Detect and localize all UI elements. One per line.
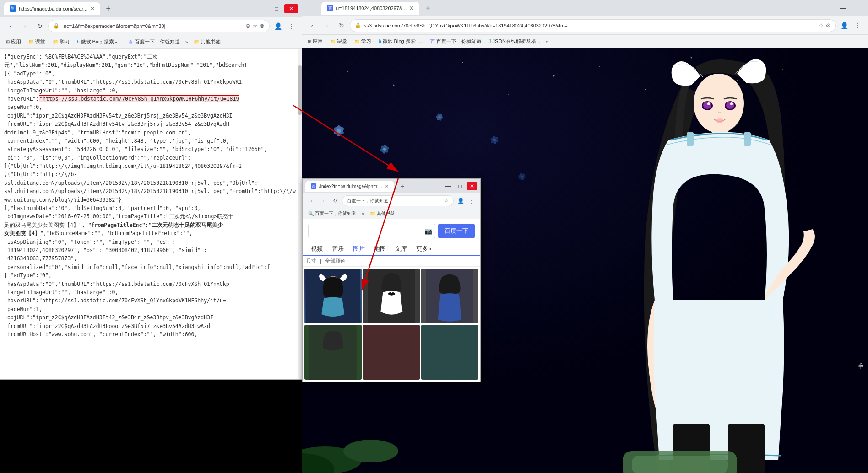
left-guard-icon[interactable]: ⊗ [260, 22, 265, 29]
right-profile-btn[interactable]: 👤 [838, 19, 851, 32]
small-tab-map[interactable]: 地图 [369, 243, 391, 255]
left-nav-extra: 👤 ⋮ [271, 20, 298, 32]
right-maximize-btn[interactable]: □ [851, 4, 864, 13]
small-filter-color[interactable]: 全部颜色 [325, 258, 345, 264]
small-profile-btn[interactable]: 👤 [456, 196, 466, 206]
small-tab-images[interactable]: 图片 [348, 243, 369, 256]
left-back-btn[interactable]: ‹ [4, 20, 17, 32]
left-bm-classroom[interactable]: 📁 课堂 [27, 38, 47, 46]
left-close-btn[interactable]: ✕ [284, 4, 298, 13]
left-minimize-btn[interactable]: — [255, 4, 269, 13]
small-tab-video[interactable]: 视频 [306, 243, 327, 255]
small-tab-more[interactable]: 更多» [412, 243, 436, 255]
right-bm-study[interactable]: 📁 学习 [353, 37, 373, 46]
small-img-4[interactable] [304, 325, 362, 380]
left-tab-close[interactable]: ✕ [90, 5, 95, 12]
left-forward-btn[interactable]: › [19, 20, 32, 32]
right-address-bar[interactable]: 🔒 ss3.bdstatic.com/70cFv8Sh_Q1YnxGkpoWK1… [350, 19, 836, 32]
small-tab-music[interactable]: 音乐 [327, 243, 348, 255]
right-bm-classroom-label: 课堂 [337, 38, 347, 45]
small-img-5[interactable] [363, 325, 420, 380]
right-bm-bing[interactable]: b 微软 Bing 搜索 -... [377, 37, 425, 46]
left-new-tab[interactable]: + [102, 2, 115, 15]
left-bm-more[interactable]: » [185, 39, 188, 45]
small-tab-library[interactable]: 文库 [391, 243, 412, 255]
small-bm-baidu[interactable]: 🔍 百度一下，你就知道 [306, 210, 358, 218]
left-tab-favicon: 🔍 [10, 5, 16, 12]
left-tab-active[interactable]: 🔍 https://image.baidu.com/sear... ✕ [4, 2, 100, 15]
right-new-tab[interactable]: + [421, 2, 434, 15]
right-lock-icon: 🔒 [355, 22, 361, 28]
small-img-6[interactable] [421, 325, 478, 380]
small-bm-other[interactable]: 📁 其他书签 [368, 210, 397, 218]
left-menu-btn[interactable]: ⋮ [285, 20, 298, 32]
small-filter-sep: | [320, 258, 321, 264]
small-menu-btn[interactable]: ⋮ [467, 196, 477, 206]
svg-point-4 [508, 94, 509, 95]
small-search-input[interactable]: 📷 [308, 224, 435, 238]
camera-icon[interactable]: 📷 [424, 227, 432, 235]
right-bm-more[interactable]: » [546, 39, 548, 44]
left-bookmark-icon[interactable]: ☆ [252, 22, 258, 29]
small-bookmark-icon[interactable]: ☆ [444, 198, 449, 204]
small-new-tab[interactable]: + [396, 180, 409, 193]
svg-rect-50 [632, 456, 728, 473]
small-bm-more[interactable]: » [362, 211, 364, 216]
small-refresh-btn[interactable]: ↻ [330, 196, 340, 206]
svg-point-23 [438, 116, 441, 118]
small-minimize-btn[interactable]: — [443, 182, 454, 190]
right-bm-classroom[interactable]: 📁 课堂 [328, 37, 349, 46]
small-forward-btn[interactable]: › [318, 196, 328, 206]
right-nav-bar: ‹ › ↻ 🔒 ss3.bdstatic.com/70cFv8Sh_Q1YnxG… [302, 16, 868, 35]
right-bm-study-label: 学习 [361, 38, 371, 45]
small-tab-close[interactable]: ✕ [385, 184, 389, 189]
small-tab-active[interactable]: 百 /index?tn=baiduimage&ipn=r.... ✕ [305, 181, 394, 192]
small-restore-btn[interactable]: □ [455, 182, 466, 190]
left-address-text: :nc=1&fr=&expermode=&force=&pn=0&rn=30| [62, 23, 243, 29]
left-translate-icon[interactable]: ⊕ [245, 22, 250, 29]
small-baidu-search-btn[interactable]: 百度一下 [438, 224, 475, 238]
left-bm-baidu[interactable]: 百 百度一下，你就知道 [127, 38, 182, 46]
left-bm-apps[interactable]: ⊞ 应用 [4, 38, 23, 46]
small-search-box: 📷 百度一下 [303, 219, 480, 243]
right-baidu-icon: 百 [430, 38, 435, 45]
left-bm-study-label: 学习 [60, 38, 70, 45]
right-tab-close[interactable]: ✕ [409, 5, 414, 11]
thumb-svg-4 [304, 325, 362, 380]
small-bm-baidu-label: 百度一下，你就知道 [315, 210, 356, 217]
left-address-bar[interactable]: 🔒 :nc=1&fr=&expermode=&force=&pn=0&rn=30… [48, 20, 270, 32]
right-bm-json[interactable]: J JSON在线解析及格... [487, 37, 542, 46]
right-bookmark-icon[interactable]: ☆ [819, 22, 824, 29]
small-img-1[interactable] [304, 269, 362, 323]
right-guard-icon[interactable]: ⊗ [826, 22, 831, 29]
right-refresh-btn[interactable]: ↻ [335, 19, 348, 32]
small-address-bar[interactable]: 百度一下，你就知道 ☆ [342, 195, 454, 206]
right-bm-apps[interactable]: ⊞ 应用 [306, 37, 325, 46]
right-tab-title: u=1819418024,4080320297&... [336, 5, 407, 11]
small-filter-size[interactable]: 尺寸 [306, 258, 316, 264]
right-minimize-btn[interactable]: — [836, 4, 850, 13]
browser-small: 百 /index?tn=baiduimage&ipn=r.... ✕ + — □… [302, 178, 481, 382]
small-img-2[interactable] [363, 269, 420, 323]
left-bm-bing[interactable]: b 微软 Bing 搜索 -... [75, 38, 123, 46]
small-back-btn[interactable]: ‹ [306, 196, 316, 206]
right-back-btn[interactable]: ‹ [306, 19, 319, 32]
left-refresh-btn[interactable]: ↻ [33, 20, 46, 32]
right-json-icon: J [489, 39, 491, 44]
left-address-icons: ⊕ ☆ ⊗ [245, 22, 265, 29]
right-forward-btn[interactable]: › [320, 19, 333, 32]
left-bm-study[interactable]: 📁 学习 [51, 38, 71, 46]
svg-point-3 [462, 62, 463, 63]
svg-rect-46 [744, 132, 751, 146]
left-tab-title: https://image.baidu.com/sear... [19, 6, 87, 11]
left-maximize-btn[interactable]: □ [270, 4, 283, 13]
left-bm-other[interactable]: 📁 其他书签 [192, 38, 222, 46]
small-close-btn[interactable]: ✕ [467, 182, 477, 190]
right-menu-btn[interactable]: ⋮ [852, 19, 864, 32]
right-bm-baidu[interactable]: 百 百度一下，你就知道 [429, 37, 483, 46]
small-window-controls: — □ ✕ [443, 182, 477, 190]
small-img-3[interactable] [421, 269, 478, 323]
left-profile-btn[interactable]: 👤 [271, 20, 284, 32]
left-scrollbar[interactable] [298, 49, 302, 379]
right-tab-active[interactable]: 百 u=1819418024,4080320297&... ✕ [321, 2, 419, 15]
